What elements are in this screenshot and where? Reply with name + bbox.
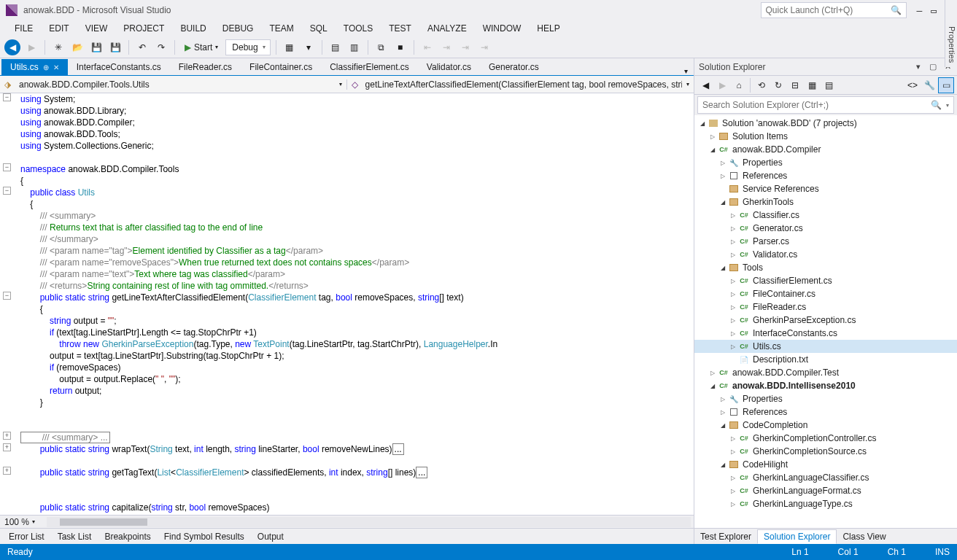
solution-explorer-pane: Solution Explorer ▾ ▢ ✕ ◀ ▶ ⌂ ⟲ ↻ ⊟ ▦ ▤ … [694, 58, 957, 544]
undo-icon[interactable]: ↶ [134, 39, 150, 55]
minimize-button[interactable]: — [917, 5, 923, 16]
toolbar-icon[interactable]: ▤ [328, 39, 344, 55]
method-icon: ◇ [352, 79, 361, 90]
quick-launch-placeholder: Quick Launch (Ctrl+Q) [766, 5, 891, 15]
menu-debug[interactable]: DEBUG [215, 22, 261, 35]
menu-team[interactable]: TEAM [262, 22, 301, 35]
quick-launch-input[interactable]: Quick Launch (Ctrl+Q) 🔍 [761, 2, 907, 18]
toolbar-icon[interactable]: ⇥ [438, 39, 454, 55]
menu-build[interactable]: BUILD [173, 22, 213, 35]
type-dropdown[interactable]: ⬗ anowak.BDD.Compiler.Tools.Utils ▾ [0, 79, 347, 90]
tab-validator[interactable]: Validator.cs [418, 59, 480, 75]
menu-bar: FILE EDIT VIEW PROJECT BUILD DEBUG TEAM … [0, 20, 957, 36]
config-dropdown[interactable]: Debug ▾ [225, 39, 270, 55]
status-ins: INS [935, 547, 950, 557]
editor-footer: 100 %▾ [0, 515, 694, 528]
menu-sql[interactable]: SQL [303, 22, 335, 35]
tab-breakpoints[interactable]: Breakpoints [98, 530, 156, 543]
tab-filereader[interactable]: FileReader.cs [170, 59, 241, 75]
status-ch: Ch 1 [888, 547, 906, 557]
save-icon[interactable]: 💾 [88, 39, 104, 55]
tab-utils[interactable]: Utils.cs⊕✕ [1, 59, 68, 75]
status-line: Ln 1 [791, 547, 808, 557]
horizontal-scrollbar[interactable] [47, 517, 691, 527]
nav-forward-button[interactable]: ▶ [23, 39, 39, 55]
tab-test-explorer[interactable]: Test Explorer [694, 530, 757, 543]
collapse-icon[interactable]: ⊟ [787, 77, 803, 93]
pane-title: Solution Explorer [699, 62, 909, 72]
toolbar-icon[interactable]: ■ [392, 39, 408, 55]
menu-help[interactable]: HELP [530, 22, 567, 35]
tab-class-view[interactable]: Class View [837, 530, 891, 543]
start-debug-button[interactable]: ▶ Start ▾ [180, 39, 222, 55]
menu-edit[interactable]: EDIT [42, 22, 76, 35]
status-ready: Ready [7, 547, 33, 557]
menu-analyze[interactable]: ANALYZE [420, 22, 474, 35]
toolbar-icon[interactable]: ▾ [301, 39, 317, 55]
member-dropdown[interactable]: ◇ getLineTextAfterClassifiedElement(Clas… [347, 79, 694, 90]
close-icon[interactable]: ✕ [53, 63, 59, 71]
solution-toolbar: ◀ ▶ ⌂ ⟲ ↻ ⊟ ▦ ▤ <> 🔧 ▭ [694, 76, 957, 95]
bottom-tool-tabs: Error List Task List Breakpoints Find Sy… [0, 528, 694, 544]
open-icon[interactable]: 📂 [69, 39, 85, 55]
main-toolbar: ◀ ▶ ✳ 📂 💾 💾 ↶ ↷ ▶ Start ▾ Debug ▾ ▦ ▾ ▤ … [0, 36, 957, 58]
redo-icon[interactable]: ↷ [153, 39, 169, 55]
pin-icon[interactable]: ⊕ [43, 63, 49, 71]
menu-file[interactable]: FILE [7, 22, 40, 35]
tab-interfaceconstants[interactable]: InterfaceConstants.cs [68, 59, 170, 75]
show-all-icon[interactable]: ▦ [804, 77, 820, 93]
tab-generator[interactable]: Generator.cs [480, 59, 548, 75]
document-tabstrip: Utils.cs⊕✕ InterfaceConstants.cs FileRea… [0, 58, 694, 76]
home-icon[interactable]: ⌂ [731, 77, 747, 93]
zoom-dropdown[interactable]: 100 %▾ [0, 517, 44, 527]
maximize-button[interactable]: ▭ [931, 5, 937, 16]
tab-filecontainer[interactable]: FileContainer.cs [241, 59, 321, 75]
play-icon: ▶ [185, 42, 191, 52]
status-col: Col 1 [838, 547, 859, 557]
new-project-icon[interactable]: ✳ [50, 39, 66, 55]
tab-error-list[interactable]: Error List [3, 530, 50, 543]
code-editor[interactable]: − − − − + + + using System; using anowak… [0, 93, 694, 515]
tab-task-list[interactable]: Task List [52, 530, 98, 543]
menu-test[interactable]: TEST [381, 22, 419, 35]
code-icon[interactable]: <> [904, 77, 921, 93]
solution-search-input[interactable]: Search Solution Explorer (Ctrl+;) 🔍 ▾ [697, 96, 954, 114]
refresh-icon[interactable]: ↻ [770, 77, 786, 93]
menu-tools[interactable]: TOOLS [336, 22, 380, 35]
menu-window[interactable]: WINDOW [476, 22, 529, 35]
menu-project[interactable]: PROJECT [116, 22, 171, 35]
properties-icon[interactable]: ▤ [821, 77, 837, 93]
nav-back-button[interactable]: ◀ [4, 39, 20, 55]
toolbar-icon[interactable]: ⇥ [457, 39, 473, 55]
forward-icon[interactable]: ▶ [714, 77, 730, 93]
toolbar-icon[interactable]: ⇤ [419, 39, 435, 55]
toolbar-icon[interactable]: ▦ [282, 39, 298, 55]
wrench-icon[interactable]: 🔧 [921, 77, 937, 93]
vs-logo-icon [6, 4, 18, 16]
sync-icon[interactable]: ⟲ [753, 77, 770, 93]
title-bar: anowak.BDD - Microsoft Visual Studio Qui… [0, 0, 957, 20]
search-icon: 🔍 [891, 5, 902, 15]
tab-overflow-icon[interactable]: ▾ [678, 67, 694, 75]
toolbar-icon[interactable]: ⇥ [476, 39, 492, 55]
tab-output[interactable]: Output [252, 530, 290, 543]
save-all-icon[interactable]: 💾 [107, 39, 123, 55]
tab-properties[interactable]: Properties [947, 22, 957, 67]
toolbar-icon[interactable]: ⧉ [373, 39, 390, 55]
solution-tree[interactable]: Solution 'anowak.BDD' (7 projects) Solut… [694, 115, 957, 528]
menu-view[interactable]: VIEW [78, 22, 115, 35]
pane-menu-icon[interactable]: ▾ [913, 62, 923, 72]
preview-icon[interactable]: ▭ [938, 77, 954, 93]
toolbar-icon[interactable]: ▥ [346, 39, 363, 55]
member-nav-bar: ⬗ anowak.BDD.Compiler.Tools.Utils ▾ ◇ ge… [0, 76, 694, 93]
search-icon: 🔍 [931, 100, 942, 110]
tree-item-utils[interactable]: Utils.cs [694, 340, 957, 353]
solution-tabs: Test Explorer Solution Explorer Class Vi… [694, 528, 957, 544]
tab-classifierelement[interactable]: ClassifierElement.cs [321, 59, 418, 75]
tab-find-symbol[interactable]: Find Symbol Results [158, 530, 250, 543]
window-title: anowak.BDD - Microsoft Visual Studio [23, 5, 171, 15]
tab-solution-explorer[interactable]: Solution Explorer [757, 529, 837, 544]
pin-icon[interactable]: ▢ [928, 62, 938, 72]
status-bar: Ready Ln 1 Col 1 Ch 1 INS [0, 544, 957, 560]
back-icon[interactable]: ◀ [697, 77, 713, 93]
